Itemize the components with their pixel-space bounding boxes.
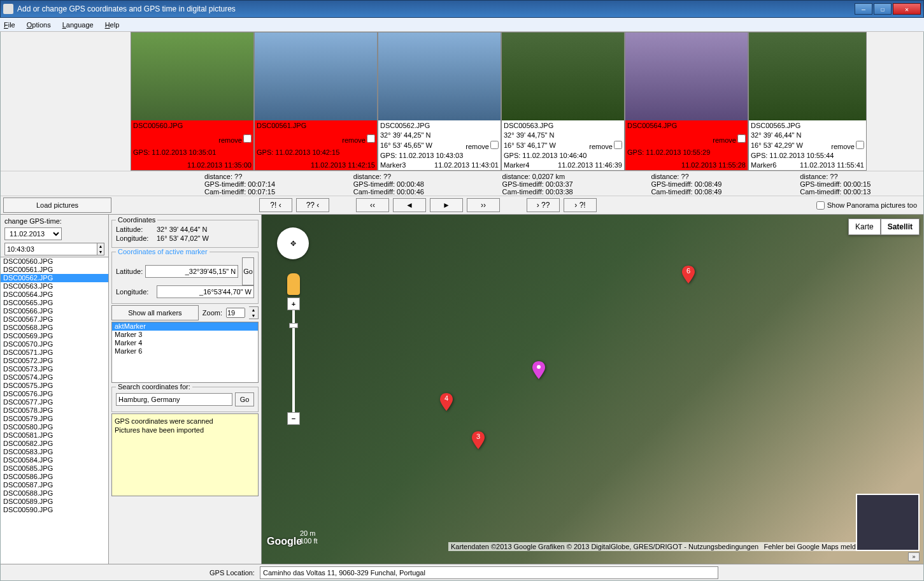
file-list-item[interactable]: DSC00569.JPG <box>1 332 108 340</box>
date-select[interactable]: 11.02.2013 <box>4 227 62 240</box>
pan-control[interactable]: ✥ <box>277 227 309 259</box>
minimap[interactable] <box>856 494 920 551</box>
file-list-item[interactable]: DSC00575.JPG <box>1 382 108 390</box>
pegman-icon[interactable] <box>287 273 300 295</box>
map-pin-3[interactable]: 3 <box>472 431 485 449</box>
file-list-item[interactable]: DSC00584.JPG <box>1 456 108 464</box>
thumbnail-image[interactable] <box>625 32 748 120</box>
thumb-remove-checkbox[interactable] <box>737 134 746 143</box>
thumbnail[interactable]: DSC00563.JPG 32° 39' 44,75" N 16° 53' 46… <box>501 32 625 171</box>
nav-next-unknown-button[interactable]: › ?? <box>527 198 560 212</box>
file-list-item[interactable]: DSC00570.JPG <box>1 340 108 348</box>
nav-first-unknown-button[interactable]: ?! ‹ <box>259 198 292 212</box>
nav-forward-button[interactable]: ›› <box>467 198 500 212</box>
thumbnail[interactable]: DSC00565.JPG 32° 39' 46,44" N 16° 53' 42… <box>748 32 867 171</box>
file-list-item[interactable]: DSC00583.JPG <box>1 448 108 456</box>
file-list-item[interactable]: DSC00572.JPG <box>1 357 108 365</box>
file-list-item[interactable]: DSC00587.JPG <box>1 481 108 489</box>
file-list-item[interactable]: DSC00585.JPG <box>1 464 108 473</box>
panorama-checkbox-label[interactable]: Show Panorama pictures too <box>816 201 917 210</box>
zoom-in-button[interactable]: + <box>287 298 300 310</box>
thumbnail-image[interactable] <box>378 32 501 120</box>
map-panel[interactable]: Karte Satellit ✥ + − 4 3 6 Google 20 m10… <box>262 215 923 564</box>
map-pin-active[interactable] <box>532 361 545 379</box>
marker-list-item[interactable]: aktMarker <box>112 322 258 331</box>
search-input[interactable] <box>116 393 232 406</box>
panorama-checkbox[interactable] <box>816 201 825 210</box>
file-list-item[interactable]: DSC00578.JPG <box>1 406 108 415</box>
thumbnail-image[interactable] <box>131 32 253 120</box>
nav-rewind-button[interactable]: ‹‹ <box>356 198 389 212</box>
thumb-remove-checkbox[interactable] <box>490 141 499 149</box>
file-list-item[interactable]: DSC00573.JPG <box>1 365 108 373</box>
file-list-item[interactable]: DSC00560.JPG <box>1 257 108 266</box>
marker-list-item[interactable]: Marker 6 <box>112 347 258 355</box>
active-lat-input[interactable] <box>145 265 238 278</box>
close-button[interactable]: ✕ <box>893 3 921 15</box>
file-list-item[interactable]: DSC00581.JPG <box>1 431 108 440</box>
map-canvas[interactable] <box>262 215 923 564</box>
thumb-remove-checkbox[interactable] <box>614 141 622 149</box>
search-go-button[interactable]: Go <box>235 392 254 406</box>
marker-list-item[interactable]: Marker 3 <box>112 331 258 339</box>
file-list-item[interactable]: DSC00579.JPG <box>1 415 108 423</box>
minimap-collapse-button[interactable]: » <box>908 552 920 561</box>
nav-prev-unknown-button[interactable]: ?? ‹ <box>296 198 329 212</box>
load-pictures-button[interactable]: Load pictures <box>3 197 111 213</box>
time-spinner[interactable]: ▲▼ <box>97 243 104 255</box>
nav-prev-button[interactable]: ◄ <box>393 198 426 212</box>
time-input[interactable] <box>4 243 97 255</box>
thumb-remove-checkbox[interactable] <box>856 141 864 149</box>
thumbnail-image[interactable] <box>749 32 866 120</box>
zoom-track[interactable] <box>292 310 295 412</box>
file-list-item[interactable]: DSC00588.JPG <box>1 489 108 498</box>
marker-list[interactable]: aktMarkerMarker 3Marker 4Marker 6 <box>111 322 259 383</box>
zoom-spinner[interactable]: ▲▼ <box>249 306 259 319</box>
thumbnail[interactable]: DSC00562.JPG 32° 39' 44,25" N 16° 53' 45… <box>378 32 501 171</box>
file-list-item[interactable]: DSC00566.JPG <box>1 307 108 315</box>
file-list[interactable]: DSC00560.JPGDSC00561.JPGDSC00562.JPGDSC0… <box>1 257 108 564</box>
file-list-item[interactable]: DSC00586.JPG <box>1 473 108 481</box>
zoom-out-button[interactable]: − <box>287 412 300 425</box>
active-lon-input[interactable] <box>157 285 254 298</box>
nav-last-unknown-button[interactable]: › ?! <box>564 198 597 212</box>
thumb-remove-checkbox[interactable] <box>367 134 375 143</box>
file-list-item[interactable]: DSC00582.JPG <box>1 440 108 448</box>
file-list-item[interactable]: DSC00580.JPG <box>1 423 108 431</box>
thumb-remove-checkbox[interactable] <box>243 134 252 143</box>
thumbnail[interactable]: DSC00564.JPG remove GPS: 11.02.2013 10:5… <box>625 32 748 171</box>
file-list-item[interactable]: DSC00571.JPG <box>1 348 108 357</box>
menu-options[interactable]: Options <box>27 21 51 29</box>
file-list-item[interactable]: DSC00562.JPG <box>1 274 108 282</box>
file-list-item[interactable]: DSC00589.JPG <box>1 498 108 506</box>
menu-file[interactable]: File <box>4 21 15 29</box>
map-type-satellit[interactable]: Satellit <box>881 219 920 235</box>
go-coords-button[interactable]: Go <box>242 257 254 285</box>
thumbnail[interactable]: DSC00560.JPG remove GPS: 11.02.2013 10:3… <box>131 32 254 171</box>
zoom-thumb[interactable] <box>289 323 298 328</box>
menu-language[interactable]: Language <box>62 21 94 29</box>
nav-next-button[interactable]: ► <box>430 198 463 212</box>
file-list-item[interactable]: DSC00567.JPG <box>1 315 108 324</box>
thumbnail-image[interactable] <box>255 32 377 120</box>
marker-list-item[interactable]: Marker 4 <box>112 339 258 347</box>
zoom-input[interactable] <box>226 308 245 318</box>
map-pin-6[interactable]: 6 <box>682 266 695 283</box>
file-list-item[interactable]: DSC00568.JPG <box>1 324 108 332</box>
map-type-karte[interactable]: Karte <box>848 219 881 235</box>
file-list-item[interactable]: DSC00561.JPG <box>1 266 108 274</box>
map-pin-4[interactable]: 4 <box>440 393 453 411</box>
file-list-item[interactable]: DSC00576.JPG <box>1 390 108 398</box>
show-all-markers-button[interactable]: Show all markers <box>111 305 199 320</box>
file-list-item[interactable]: DSC00577.JPG <box>1 398 108 406</box>
file-list-item[interactable]: DSC00564.JPG <box>1 290 108 299</box>
menu-help[interactable]: Help <box>105 21 120 29</box>
minimize-button[interactable]: — <box>855 3 872 15</box>
thumbnail[interactable]: DSC00561.JPG remove GPS: 11.02.2013 10:4… <box>254 32 378 171</box>
file-list-item[interactable]: DSC00574.JPG <box>1 373 108 382</box>
gps-location-input[interactable] <box>260 566 718 579</box>
file-list-item[interactable]: DSC00565.JPG <box>1 299 108 307</box>
file-list-item[interactable]: DSC00563.JPG <box>1 282 108 290</box>
file-list-item[interactable]: DSC00590.JPG <box>1 506 108 514</box>
thumbnail-image[interactable] <box>502 32 624 120</box>
